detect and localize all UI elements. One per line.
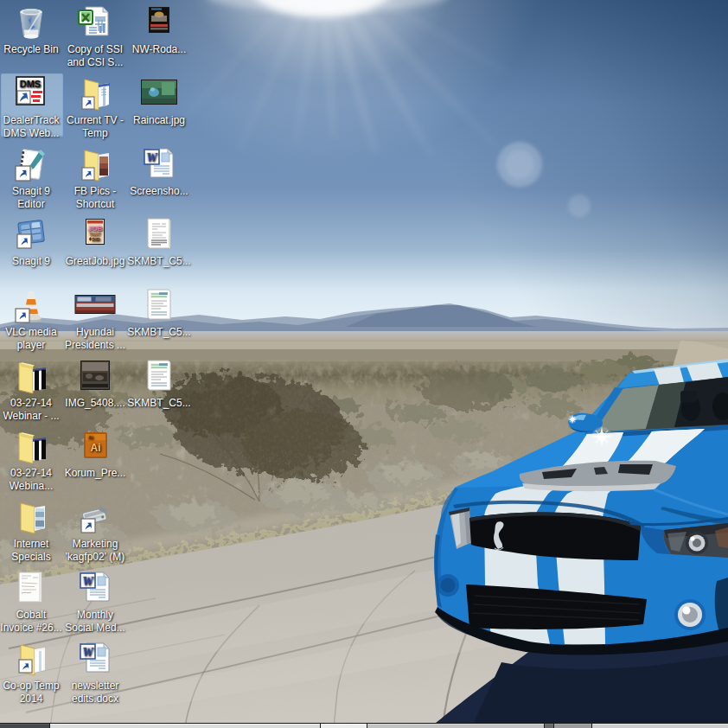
svg-text:W: W: [82, 646, 94, 659]
svg-text:DID: DID: [92, 237, 100, 242]
svg-text:W: W: [82, 575, 94, 588]
svg-text:Ai: Ai: [88, 435, 93, 440]
svg-text:DMS: DMS: [20, 79, 41, 89]
svg-text:W: W: [146, 151, 158, 164]
svg-text:Ai: Ai: [91, 442, 101, 454]
